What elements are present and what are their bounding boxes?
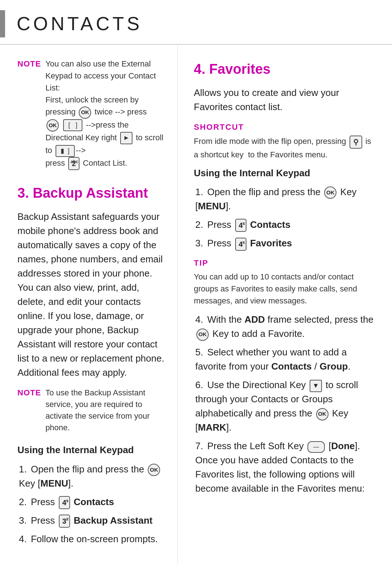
section-3-title: 3. Backup Assistant xyxy=(17,183,164,203)
list-item: 1. Open the flip and press the OK Key [M… xyxy=(194,185,377,213)
tip-text: You can add up to 10 contacts and/or con… xyxy=(194,271,377,307)
header-accent xyxy=(0,10,5,37)
tip-block: TIP You can add up to 10 contacts and/or… xyxy=(194,257,377,307)
soft-key-icon: — xyxy=(307,441,325,453)
section-3: 3. Backup Assistant Backup Assistant saf… xyxy=(17,183,164,434)
note-label-2: NOTE xyxy=(17,387,41,434)
section-4-title: 4. Favorites xyxy=(194,59,377,79)
left-column: NOTE You can also use the External Keypa… xyxy=(0,45,178,564)
note-text-1: You can also use the External Keypad to … xyxy=(45,58,164,170)
list-item: 3. Press 4s Favorites xyxy=(194,236,377,250)
ok-key-backup-1: OK xyxy=(148,464,160,476)
ok-key-fav-1: OK xyxy=(324,186,336,199)
page-header: CONTACTS xyxy=(0,0,392,45)
favorites-steps-list-1: 1. Open the flip and press the OK Key [M… xyxy=(194,185,377,250)
backup-steps-list: 1. Open the flip and press the OK Key [M… xyxy=(17,462,164,546)
section-4: 4. Favorites Allows you to create and vi… xyxy=(194,59,377,496)
ok-key-fav-6: OK xyxy=(316,408,328,420)
list-item: 7. Press the Left Soft Key — [Done]. Onc… xyxy=(194,439,377,496)
shortcut-key-icon: ⚲ xyxy=(350,136,362,149)
dir-right-icon: ► xyxy=(120,132,132,144)
shortcut-text: From idle mode with the flip open, press… xyxy=(194,135,377,160)
tip-label: TIP xyxy=(194,257,377,269)
page: CONTACTS NOTE You can also use the Exter… xyxy=(0,0,392,564)
key-4s-backup: 4s xyxy=(59,496,70,509)
list-item: 4. Follow the on-screen prompts. xyxy=(17,532,164,546)
right-column: 4. Favorites Allows you to create and vi… xyxy=(178,45,392,564)
content-area: NOTE You can also use the External Keypa… xyxy=(0,45,392,564)
shortcut-block: SHORTCUT From idle mode with the flip op… xyxy=(194,121,377,160)
list-item: 3. Press 3# Backup Assistant xyxy=(17,513,164,528)
list-item: 4. With the ADD frame selected, press th… xyxy=(194,313,377,341)
ok-key-icon-2: OK xyxy=(46,119,59,132)
ok-key-icon: OK xyxy=(79,106,91,119)
favorites-keypad-heading: Using the Internal Keypad xyxy=(194,166,377,180)
list-item: 2. Press 4s Contacts xyxy=(17,495,164,509)
key-4s-fav-3: 4s xyxy=(235,238,246,251)
list-item: 6. Use the Directional Key ▼ to scroll t… xyxy=(194,378,377,435)
page-title: CONTACTS xyxy=(17,10,142,37)
note-label-1: NOTE xyxy=(17,58,41,170)
list-item: 5. Select whether you want to add a favo… xyxy=(194,345,377,374)
section-3-body: Backup Assistant safeguards your mobile … xyxy=(17,210,164,380)
note-block-1: NOTE You can also use the External Keypa… xyxy=(17,58,164,170)
shortcut-label: SHORTCUT xyxy=(194,121,377,133)
key-4s-fav-2: 4s xyxy=(235,219,246,232)
section-4-body: Allows you to create and view your Favor… xyxy=(194,86,377,114)
list-item: 2. Press 4s Contacts xyxy=(194,218,377,232)
scroll-bracket-icon: ▮ ] xyxy=(56,145,75,157)
bracket-icon: [ ] xyxy=(63,119,82,131)
backup-keypad-heading: Using the Internal Keypad xyxy=(17,443,164,457)
dir-updown-icon: ▼ xyxy=(310,380,322,392)
list-item: 1. Open the flip and press the OK Key [M… xyxy=(17,462,164,491)
key-3hash-backup: 3# xyxy=(59,515,70,528)
note-text-2: To use the Backup Assistant service, you… xyxy=(45,387,164,434)
favorites-steps-list-2: 4. With the ADD frame selected, press th… xyxy=(194,313,377,496)
backup-keypad-section: Using the Internal Keypad 1. Open the fl… xyxy=(17,443,164,546)
ok-key-fav-4: OK xyxy=(196,329,209,341)
key-2abc-icon: 2abc xyxy=(68,157,79,170)
note-block-2: NOTE To use the Backup Assistant service… xyxy=(17,387,164,434)
